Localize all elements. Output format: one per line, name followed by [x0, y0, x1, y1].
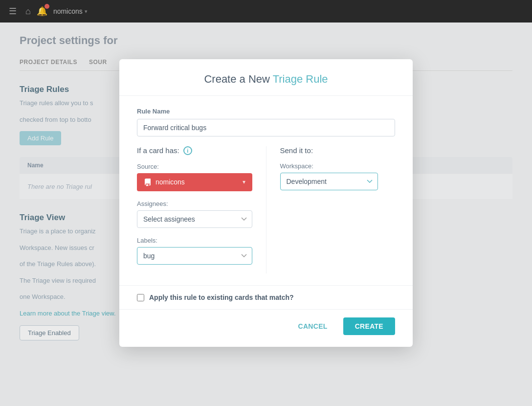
source-dropdown-content: nomicons	[144, 178, 185, 186]
modal-title: Create a New Triage Rule	[137, 73, 395, 86]
right-column: Send it to: Workspace: Development	[266, 146, 396, 273]
info-icon[interactable]: i	[183, 146, 192, 155]
send-it-to-label: Send it to:	[280, 146, 313, 155]
labels-field-group: Labels: bug	[137, 237, 252, 265]
rule-name-label: Rule Name	[137, 108, 395, 115]
assignees-label: Assignees:	[137, 200, 252, 207]
modal-title-highlight: Triage Rule	[273, 73, 328, 85]
left-col-title: If a card has: i	[137, 146, 252, 155]
workspace-label: Workspace:	[280, 162, 396, 170]
left-column: If a card has: i Source: nomicons	[137, 146, 266, 273]
assignees-field-group: Assignees: Select assignees	[137, 200, 252, 228]
source-field-group: Source: nomicons ▾	[137, 163, 252, 191]
source-label: Source:	[137, 163, 252, 170]
create-button[interactable]: CREATE	[343, 317, 395, 335]
cancel-button[interactable]: CANCEL	[288, 317, 337, 335]
modal-overlay: Create a New Triage Rule Rule Name If a …	[0, 0, 532, 406]
workspace-field-group: Workspace: Development	[280, 162, 396, 190]
source-chevron-icon: ▾	[243, 179, 245, 185]
apply-rule-section: Apply this rule to existing cards that m…	[119, 285, 413, 309]
modal-dialog: Create a New Triage Rule Rule Name If a …	[119, 59, 413, 347]
repo-icon	[144, 179, 152, 186]
rule-name-input[interactable]	[137, 119, 395, 136]
modal-body: Rule Name If a card has: i Source:	[119, 96, 413, 285]
source-value: nomicons	[155, 178, 185, 186]
assignees-dropdown[interactable]: Select assignees	[137, 210, 252, 228]
labels-dropdown[interactable]: bug	[137, 247, 252, 265]
two-column-layout: If a card has: i Source: nomicons	[137, 146, 395, 273]
modal-title-text: Create a New	[204, 73, 272, 85]
modal-footer: CANCEL CREATE	[119, 309, 413, 347]
right-col-title: Send it to:	[280, 146, 396, 155]
workspace-dropdown[interactable]: Development	[280, 173, 378, 190]
labels-label: Labels:	[137, 237, 252, 244]
apply-rule-label[interactable]: Apply this rule to existing cards that m…	[149, 293, 294, 301]
modal-header: Create a New Triage Rule	[119, 59, 413, 96]
apply-rule-checkbox[interactable]	[137, 294, 144, 301]
source-dropdown[interactable]: nomicons ▾	[137, 173, 252, 191]
if-card-has-label: If a card has:	[137, 146, 179, 155]
